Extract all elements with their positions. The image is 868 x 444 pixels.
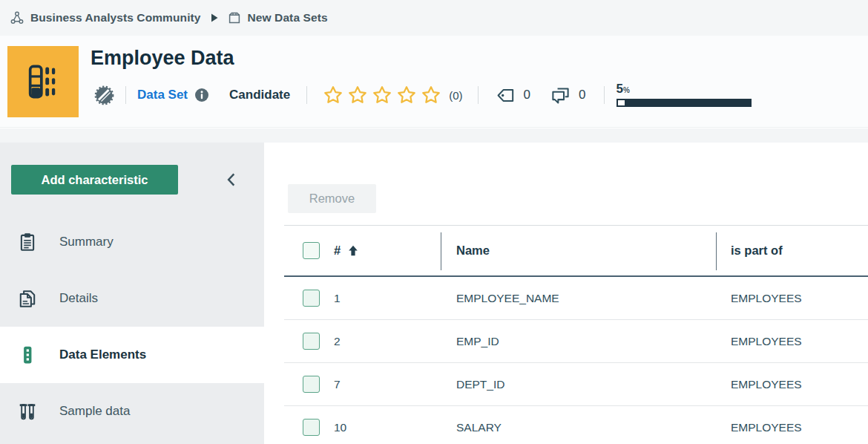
- cell-index: 1: [334, 277, 441, 319]
- caret-right-icon: [211, 13, 218, 22]
- divider: [125, 86, 126, 104]
- table-row: 1 EMPLOYEE_NAME EMPLOYEES: [284, 277, 868, 320]
- cell-is-part-of: EMPLOYEES: [716, 320, 868, 362]
- column-header-is-part-of[interactable]: is part of: [716, 226, 868, 275]
- asset-type-label[interactable]: Data Set: [137, 88, 188, 102]
- comments-icon: [550, 85, 571, 105]
- body: Add characteristic: [0, 128, 868, 444]
- progress-bar: [617, 99, 752, 107]
- info-icon[interactable]: [194, 88, 209, 102]
- cell-is-part-of: EMPLOYEES: [716, 277, 868, 319]
- data-set-tile-icon: [7, 46, 79, 117]
- tags-count: 0: [524, 88, 530, 102]
- rating-stars[interactable]: [323, 85, 441, 105]
- cell-index: 2: [334, 320, 441, 362]
- row-checkbox[interactable]: [303, 290, 320, 307]
- clipboard-icon: [18, 232, 37, 252]
- remove-button[interactable]: Remove: [288, 184, 376, 213]
- cell-index: 10: [334, 406, 441, 444]
- row-checkbox[interactable]: [303, 376, 320, 393]
- data-elements-table: # Name is part of: [284, 225, 868, 444]
- sidebar-item-label: Summary: [59, 235, 114, 249]
- breadcrumb-item-community[interactable]: Business Analysts Community: [10, 10, 201, 25]
- rating-count: (0): [449, 89, 462, 102]
- sidebar-item-label: Data Elements: [59, 347, 146, 362]
- divider: [478, 86, 479, 104]
- cell-name: EMPLOYEE_NAME: [441, 277, 716, 319]
- row-checkbox[interactable]: [303, 419, 320, 436]
- cell-is-part-of: EMPLOYEES: [716, 406, 868, 444]
- comments-count: 0: [579, 88, 585, 102]
- data-column-icon: [18, 345, 37, 365]
- star-outline-icon: [323, 85, 343, 105]
- chevron-left-icon: [224, 172, 239, 188]
- column-header-index[interactable]: #: [334, 244, 359, 258]
- comments-counter[interactable]: 0: [550, 85, 585, 105]
- tag-icon: [496, 85, 516, 105]
- sidebar-item-details[interactable]: Details: [0, 270, 264, 327]
- cell-name: SALARY: [441, 406, 716, 444]
- divider: [306, 86, 307, 104]
- sidebar-item-label: Details: [59, 291, 98, 306]
- table-row: 10 SALARY EMPLOYEES: [284, 406, 868, 444]
- star-outline-icon: [372, 85, 392, 105]
- sidebar-item-summary[interactable]: Summary: [0, 214, 264, 270]
- star-outline-icon: [347, 85, 368, 105]
- sort-ascending-icon: [347, 244, 359, 257]
- breadcrumb-item-new-data-sets[interactable]: New Data Sets: [227, 10, 328, 25]
- sidebar-item-sample-data[interactable]: Sample data: [0, 383, 264, 440]
- sidebar: Add characteristic: [0, 143, 264, 444]
- cell-index: 7: [334, 363, 441, 405]
- breadcrumb-label: New Data Sets: [248, 11, 328, 25]
- data-set-collection-icon: [227, 10, 242, 25]
- table-row: 7 DEPT_ID EMPLOYEES: [284, 363, 868, 406]
- sidebar-item-data-elements[interactable]: Data Elements: [0, 327, 264, 383]
- breadcrumb-label: Business Analysts Community: [30, 11, 201, 25]
- column-header-name[interactable]: Name: [441, 226, 716, 275]
- progress-bar-fill: [618, 100, 625, 105]
- collapse-sidebar-button[interactable]: [224, 172, 239, 188]
- pages-icon: [18, 289, 37, 308]
- cell-name: EMP_ID: [441, 320, 716, 362]
- test-tubes-icon: [18, 402, 37, 421]
- tags-counter[interactable]: 0: [496, 85, 530, 105]
- asset-header: Employee Data Data Set Candidate: [0, 36, 868, 128]
- page-title: Employee Data: [91, 45, 868, 71]
- select-all-checkbox[interactable]: [303, 242, 320, 259]
- completeness-progress: 5%: [617, 82, 752, 107]
- community-icon: [10, 10, 24, 25]
- divider: [604, 86, 605, 104]
- status-badge-icon: [94, 85, 114, 105]
- cell-name: DEPT_ID: [441, 363, 716, 405]
- table-header-row: # Name is part of: [284, 226, 868, 277]
- star-outline-icon: [396, 85, 417, 105]
- data-elements-panel: Remove # Name: [264, 143, 868, 444]
- sidebar-item-label: Sample data: [59, 404, 130, 419]
- cell-is-part-of: EMPLOYEES: [716, 363, 868, 405]
- add-characteristic-button[interactable]: Add characteristic: [11, 165, 178, 195]
- star-outline-icon: [421, 85, 441, 105]
- table-row: 2 EMP_ID EMPLOYEES: [284, 320, 868, 363]
- row-checkbox[interactable]: [303, 333, 320, 350]
- status-label: Candidate: [229, 88, 290, 102]
- progress-label: 5%: [617, 82, 630, 96]
- breadcrumb: Business Analysts Community New Data Set…: [0, 0, 868, 36]
